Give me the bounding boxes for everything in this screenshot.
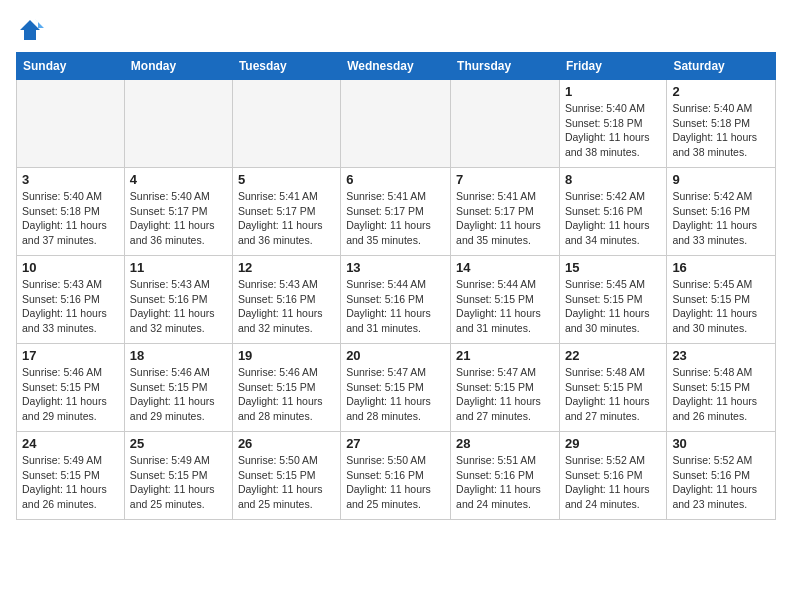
calendar-cell: 24Sunrise: 5:49 AM Sunset: 5:15 PM Dayli… [17,432,125,520]
week-row-2: 3Sunrise: 5:40 AM Sunset: 5:18 PM Daylig… [17,168,776,256]
calendar-cell: 28Sunrise: 5:51 AM Sunset: 5:16 PM Dayli… [451,432,560,520]
calendar-cell: 21Sunrise: 5:47 AM Sunset: 5:15 PM Dayli… [451,344,560,432]
cell-info: Sunrise: 5:40 AM Sunset: 5:18 PM Dayligh… [22,189,119,248]
cell-info: Sunrise: 5:40 AM Sunset: 5:18 PM Dayligh… [565,101,661,160]
cell-info: Sunrise: 5:47 AM Sunset: 5:15 PM Dayligh… [346,365,445,424]
calendar-cell: 29Sunrise: 5:52 AM Sunset: 5:16 PM Dayli… [559,432,666,520]
calendar-cell: 3Sunrise: 5:40 AM Sunset: 5:18 PM Daylig… [17,168,125,256]
day-number: 28 [456,436,554,451]
calendar-cell: 6Sunrise: 5:41 AM Sunset: 5:17 PM Daylig… [341,168,451,256]
day-number: 8 [565,172,661,187]
day-number: 11 [130,260,227,275]
calendar-cell: 5Sunrise: 5:41 AM Sunset: 5:17 PM Daylig… [232,168,340,256]
calendar-cell: 10Sunrise: 5:43 AM Sunset: 5:16 PM Dayli… [17,256,125,344]
calendar-cell: 9Sunrise: 5:42 AM Sunset: 5:16 PM Daylig… [667,168,776,256]
day-number: 2 [672,84,770,99]
calendar-cell: 16Sunrise: 5:45 AM Sunset: 5:15 PM Dayli… [667,256,776,344]
cell-info: Sunrise: 5:44 AM Sunset: 5:16 PM Dayligh… [346,277,445,336]
cell-info: Sunrise: 5:42 AM Sunset: 5:16 PM Dayligh… [565,189,661,248]
day-number: 13 [346,260,445,275]
day-number: 24 [22,436,119,451]
calendar-cell: 23Sunrise: 5:48 AM Sunset: 5:15 PM Dayli… [667,344,776,432]
calendar-cell [17,80,125,168]
cell-info: Sunrise: 5:45 AM Sunset: 5:15 PM Dayligh… [565,277,661,336]
cell-info: Sunrise: 5:49 AM Sunset: 5:15 PM Dayligh… [22,453,119,512]
day-number: 19 [238,348,335,363]
cell-info: Sunrise: 5:45 AM Sunset: 5:15 PM Dayligh… [672,277,770,336]
cell-info: Sunrise: 5:46 AM Sunset: 5:15 PM Dayligh… [238,365,335,424]
day-number: 3 [22,172,119,187]
weekday-header-saturday: Saturday [667,53,776,80]
day-number: 26 [238,436,335,451]
calendar-cell: 17Sunrise: 5:46 AM Sunset: 5:15 PM Dayli… [17,344,125,432]
calendar-cell: 18Sunrise: 5:46 AM Sunset: 5:15 PM Dayli… [124,344,232,432]
day-number: 10 [22,260,119,275]
calendar-cell: 15Sunrise: 5:45 AM Sunset: 5:15 PM Dayli… [559,256,666,344]
weekday-header-monday: Monday [124,53,232,80]
cell-info: Sunrise: 5:41 AM Sunset: 5:17 PM Dayligh… [456,189,554,248]
weekday-header-row: SundayMondayTuesdayWednesdayThursdayFrid… [17,53,776,80]
calendar-cell [124,80,232,168]
day-number: 29 [565,436,661,451]
day-number: 12 [238,260,335,275]
cell-info: Sunrise: 5:40 AM Sunset: 5:17 PM Dayligh… [130,189,227,248]
logo-icon [16,16,44,44]
cell-info: Sunrise: 5:50 AM Sunset: 5:16 PM Dayligh… [346,453,445,512]
svg-marker-0 [20,20,40,40]
calendar-cell: 19Sunrise: 5:46 AM Sunset: 5:15 PM Dayli… [232,344,340,432]
logo [16,16,48,44]
calendar-cell: 13Sunrise: 5:44 AM Sunset: 5:16 PM Dayli… [341,256,451,344]
calendar-cell: 7Sunrise: 5:41 AM Sunset: 5:17 PM Daylig… [451,168,560,256]
calendar-cell: 8Sunrise: 5:42 AM Sunset: 5:16 PM Daylig… [559,168,666,256]
week-row-4: 17Sunrise: 5:46 AM Sunset: 5:15 PM Dayli… [17,344,776,432]
day-number: 27 [346,436,445,451]
cell-info: Sunrise: 5:43 AM Sunset: 5:16 PM Dayligh… [238,277,335,336]
cell-info: Sunrise: 5:50 AM Sunset: 5:15 PM Dayligh… [238,453,335,512]
day-number: 17 [22,348,119,363]
calendar-cell: 4Sunrise: 5:40 AM Sunset: 5:17 PM Daylig… [124,168,232,256]
cell-info: Sunrise: 5:48 AM Sunset: 5:15 PM Dayligh… [672,365,770,424]
calendar-cell: 12Sunrise: 5:43 AM Sunset: 5:16 PM Dayli… [232,256,340,344]
cell-info: Sunrise: 5:51 AM Sunset: 5:16 PM Dayligh… [456,453,554,512]
calendar-cell [232,80,340,168]
calendar-cell: 30Sunrise: 5:52 AM Sunset: 5:16 PM Dayli… [667,432,776,520]
day-number: 20 [346,348,445,363]
day-number: 30 [672,436,770,451]
day-number: 23 [672,348,770,363]
calendar-cell: 26Sunrise: 5:50 AM Sunset: 5:15 PM Dayli… [232,432,340,520]
day-number: 6 [346,172,445,187]
calendar-cell: 25Sunrise: 5:49 AM Sunset: 5:15 PM Dayli… [124,432,232,520]
calendar-table: SundayMondayTuesdayWednesdayThursdayFrid… [16,52,776,520]
cell-info: Sunrise: 5:49 AM Sunset: 5:15 PM Dayligh… [130,453,227,512]
calendar-cell [341,80,451,168]
cell-info: Sunrise: 5:44 AM Sunset: 5:15 PM Dayligh… [456,277,554,336]
calendar-cell: 20Sunrise: 5:47 AM Sunset: 5:15 PM Dayli… [341,344,451,432]
cell-info: Sunrise: 5:48 AM Sunset: 5:15 PM Dayligh… [565,365,661,424]
day-number: 9 [672,172,770,187]
calendar-cell: 1Sunrise: 5:40 AM Sunset: 5:18 PM Daylig… [559,80,666,168]
week-row-3: 10Sunrise: 5:43 AM Sunset: 5:16 PM Dayli… [17,256,776,344]
day-number: 4 [130,172,227,187]
day-number: 14 [456,260,554,275]
calendar-cell: 27Sunrise: 5:50 AM Sunset: 5:16 PM Dayli… [341,432,451,520]
calendar-cell: 2Sunrise: 5:40 AM Sunset: 5:18 PM Daylig… [667,80,776,168]
weekday-header-friday: Friday [559,53,666,80]
cell-info: Sunrise: 5:47 AM Sunset: 5:15 PM Dayligh… [456,365,554,424]
cell-info: Sunrise: 5:41 AM Sunset: 5:17 PM Dayligh… [238,189,335,248]
weekday-header-sunday: Sunday [17,53,125,80]
cell-info: Sunrise: 5:41 AM Sunset: 5:17 PM Dayligh… [346,189,445,248]
day-number: 22 [565,348,661,363]
day-number: 25 [130,436,227,451]
weekday-header-thursday: Thursday [451,53,560,80]
cell-info: Sunrise: 5:42 AM Sunset: 5:16 PM Dayligh… [672,189,770,248]
weekday-header-wednesday: Wednesday [341,53,451,80]
cell-info: Sunrise: 5:43 AM Sunset: 5:16 PM Dayligh… [22,277,119,336]
cell-info: Sunrise: 5:52 AM Sunset: 5:16 PM Dayligh… [672,453,770,512]
cell-info: Sunrise: 5:40 AM Sunset: 5:18 PM Dayligh… [672,101,770,160]
week-row-1: 1Sunrise: 5:40 AM Sunset: 5:18 PM Daylig… [17,80,776,168]
day-number: 1 [565,84,661,99]
calendar-cell: 14Sunrise: 5:44 AM Sunset: 5:15 PM Dayli… [451,256,560,344]
page-header [16,16,776,44]
cell-info: Sunrise: 5:52 AM Sunset: 5:16 PM Dayligh… [565,453,661,512]
week-row-5: 24Sunrise: 5:49 AM Sunset: 5:15 PM Dayli… [17,432,776,520]
